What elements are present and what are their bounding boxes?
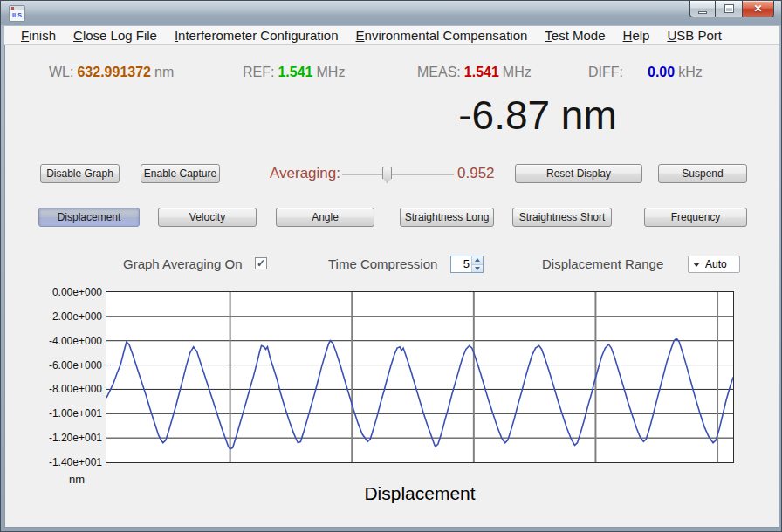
- time-compression-spinner[interactable]: 5: [450, 256, 484, 273]
- y-tick-label: -1.20e+001: [49, 432, 102, 444]
- time-compression-value[interactable]: 5: [451, 256, 471, 272]
- app-icon: ILS: [9, 5, 25, 22]
- maximize-icon: [725, 5, 733, 12]
- averaging-value: 0.952: [457, 165, 495, 182]
- ref-value: 1.541: [278, 65, 312, 79]
- tab-velocity[interactable]: Velocity: [158, 208, 257, 227]
- y-tick-label: -1.40e+001: [49, 456, 102, 468]
- displacement-range-dropdown[interactable]: Auto: [688, 256, 740, 273]
- menu-item-usb-port[interactable]: USB Port: [659, 27, 730, 44]
- graph-averaging-checkbox[interactable]: ✓: [255, 257, 267, 269]
- enable-capture-button[interactable]: Enable Capture: [141, 164, 220, 183]
- tab-displacement[interactable]: Displacement: [38, 208, 140, 227]
- app-icon-dot: [11, 7, 14, 10]
- suspend-button[interactable]: Suspend: [658, 164, 747, 183]
- app-icon-label: ILS: [10, 10, 24, 20]
- menu-item-environmental-compensation[interactable]: Environmental Compensation: [348, 27, 536, 44]
- meas-label: MEAS:: [417, 65, 461, 79]
- meas-value: 1.541: [464, 65, 499, 79]
- diff-label: DIFF:: [588, 65, 623, 79]
- diff-value: 0.00: [648, 65, 675, 79]
- menu-item-test-mode[interactable]: Test Mode: [537, 27, 613, 44]
- slider-track[interactable]: [342, 174, 454, 175]
- spinner-up-button[interactable]: [472, 256, 483, 264]
- reset-display-button[interactable]: Reset Display: [515, 164, 642, 183]
- y-axis-labels: 0.00e+000-2.00e+000-4.00e+000-6.00e+000-…: [32, 291, 102, 463]
- minimize-icon: [698, 11, 707, 14]
- tab-frequency[interactable]: Frequency: [644, 208, 747, 227]
- menu-item-finish[interactable]: Finish: [13, 27, 64, 44]
- close-button[interactable]: ✕: [742, 1, 774, 17]
- close-icon: ✕: [753, 3, 762, 15]
- averaging-label: Averaging:: [270, 165, 340, 182]
- displacement-range-value: Auto: [705, 258, 727, 270]
- chart-plot-area: [106, 291, 734, 463]
- y-tick-label: -4.00e+000: [49, 335, 102, 347]
- app-window: ILS ✕ FinishClose Log FileInterferometer…: [0, 0, 782, 532]
- window-controls: ✕: [689, 1, 774, 17]
- waveform-svg: [106, 292, 733, 462]
- meas-unit: MHz: [503, 65, 532, 79]
- time-compression-label: Time Compression: [328, 256, 437, 271]
- menu-item-help[interactable]: Help: [615, 27, 658, 44]
- y-tick-label: 0.00e+000: [52, 286, 102, 298]
- slider-thumb[interactable]: [382, 167, 392, 183]
- ref-unit: MHz: [317, 65, 346, 79]
- tab-angle[interactable]: Angle: [276, 208, 374, 227]
- status-ref: REF:1.541MHz: [243, 65, 345, 80]
- arrow-down-icon: [475, 267, 480, 270]
- menu-item-close-log-file[interactable]: Close Log File: [65, 27, 165, 44]
- displacement-readout: -6.87 nm: [402, 92, 673, 139]
- status-wavelength: WL:632.991372nm: [49, 65, 174, 80]
- titlebar[interactable]: ILS ✕: [1, 1, 781, 25]
- minimize-button[interactable]: [689, 1, 716, 17]
- chevron-down-icon: [693, 263, 700, 267]
- arrow-up-icon: [475, 258, 480, 262]
- disable-graph-button[interactable]: Disable Graph: [40, 164, 120, 183]
- menu-item-interferometer-configuration[interactable]: Interferometer Configuration: [167, 27, 346, 44]
- status-meas: MEAS:1.541MHz: [417, 65, 532, 80]
- tab-straightness-long[interactable]: Straightness Long: [400, 208, 494, 227]
- tab-straightness-short[interactable]: Straightness Short: [512, 208, 612, 227]
- y-axis-unit: nm: [69, 473, 85, 486]
- diff-unit: kHz: [678, 65, 703, 79]
- y-tick-label: -6.00e+000: [49, 359, 102, 372]
- chart-title: Displacement: [106, 483, 734, 504]
- displacement-range-label: Displacement Range: [542, 256, 663, 271]
- spinner-arrows: [471, 256, 483, 272]
- wl-unit: nm: [154, 65, 174, 79]
- ref-label: REF:: [243, 65, 274, 79]
- displacement-waveform: [106, 338, 733, 449]
- y-tick-label: -8.00e+000: [49, 383, 102, 395]
- status-diff: DIFF:0.00kHz: [588, 65, 703, 80]
- y-tick-label: -1.00e+001: [49, 407, 102, 419]
- menubar: FinishClose Log FileInterferometer Confi…: [4, 26, 779, 45]
- wl-value: 632.991372: [77, 65, 151, 79]
- maximize-button[interactable]: [716, 1, 742, 17]
- y-tick-label: -2.00e+000: [49, 310, 102, 323]
- wl-label: WL:: [49, 65, 73, 79]
- graph-averaging-label: Graph Averaging On: [123, 256, 242, 271]
- spinner-down-button[interactable]: [472, 264, 483, 273]
- averaging-slider[interactable]: [342, 167, 454, 184]
